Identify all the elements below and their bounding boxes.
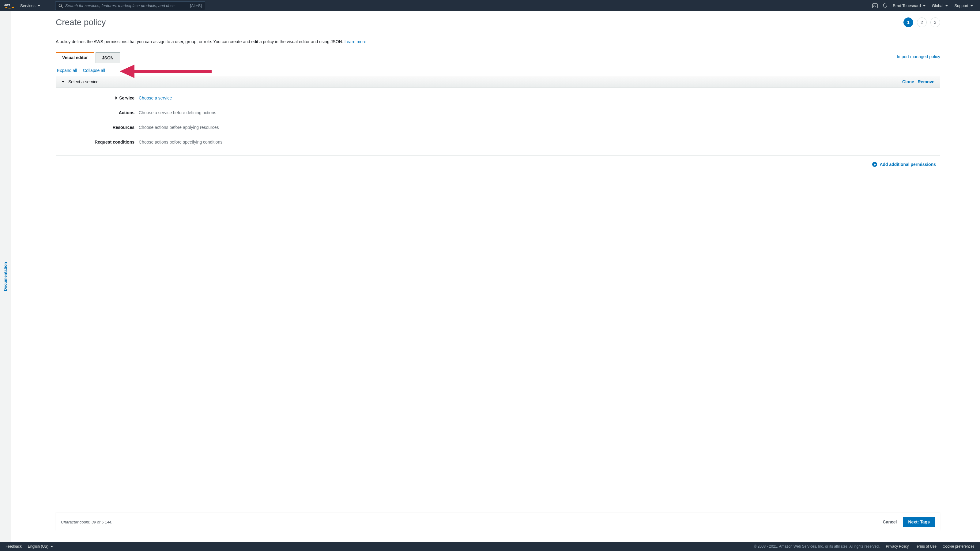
- label-actions: Actions: [119, 110, 134, 115]
- top-nav: aws Services [Alt+S] Brad Touesnard Glob…: [0, 0, 980, 11]
- page-title: Create policy: [56, 17, 106, 27]
- editor-tabs: Visual editor JSON Import managed policy: [56, 52, 940, 63]
- expand-all-link[interactable]: Expand all: [57, 68, 77, 73]
- chevron-down-icon: [970, 5, 973, 6]
- aws-logo[interactable]: aws: [4, 3, 15, 9]
- conditions-hint: Choose actions before specifying conditi…: [139, 140, 222, 144]
- learn-more-link[interactable]: Learn more: [345, 39, 367, 44]
- add-permissions-row: + Add additional permissions: [56, 162, 940, 167]
- notifications-icon[interactable]: [880, 3, 889, 9]
- resources-hint: Choose actions before applying resources: [139, 125, 219, 130]
- description-text: A policy defines the AWS permissions tha…: [56, 39, 345, 44]
- chevron-down-icon: [945, 5, 948, 6]
- collapse-icon: [62, 81, 65, 83]
- search-box[interactable]: [Alt+S]: [55, 2, 205, 10]
- svg-rect-3: [872, 4, 877, 8]
- support-label: Support: [954, 3, 968, 8]
- page-header: Create policy 1 2 3: [56, 17, 940, 33]
- divider: |: [915, 79, 916, 84]
- tab-json[interactable]: JSON: [95, 52, 120, 63]
- cookie-preferences-link[interactable]: Cookie preferences: [943, 544, 975, 549]
- privacy-link[interactable]: Privacy Policy: [886, 544, 909, 549]
- step-2[interactable]: 2: [917, 17, 927, 27]
- terms-link[interactable]: Terms of Use: [915, 544, 937, 549]
- documentation-label: Documentation: [3, 262, 8, 291]
- remove-link[interactable]: Remove: [918, 79, 934, 84]
- aws-logo-icon: aws: [4, 3, 15, 9]
- row-service: Service Choose a service: [62, 91, 934, 105]
- row-resources: Resources Choose actions before applying…: [62, 120, 934, 135]
- clone-link[interactable]: Clone: [902, 79, 914, 84]
- service-block: Select a service Clone | Remove Service …: [56, 76, 940, 156]
- feedback-link[interactable]: Feedback: [5, 544, 22, 549]
- chevron-down-icon: [50, 546, 53, 547]
- search-shortcut: [Alt+S]: [190, 3, 202, 8]
- language-label: English (US): [28, 544, 48, 549]
- step-3[interactable]: 3: [931, 17, 940, 27]
- support-menu[interactable]: Support: [952, 3, 976, 8]
- services-label: Services: [20, 3, 35, 8]
- label-resources: Resources: [112, 125, 134, 130]
- services-menu[interactable]: Services: [18, 3, 43, 8]
- service-block-header[interactable]: Select a service Clone | Remove: [56, 76, 940, 87]
- actions-hint: Choose a service before defining actions: [139, 110, 216, 115]
- expand-icon[interactable]: [115, 97, 117, 100]
- add-permissions-button[interactable]: + Add additional permissions: [872, 162, 936, 167]
- search-input[interactable]: [65, 3, 188, 8]
- copyright: © 2008 - 2021, Amazon Web Services, Inc.…: [754, 544, 880, 549]
- main-area: Documentation Create policy 1 2 3 A poli…: [0, 11, 980, 542]
- cloudshell-icon[interactable]: [871, 3, 879, 9]
- service-block-title: Select a service: [68, 79, 99, 84]
- svg-line-2: [61, 6, 62, 8]
- footer: Feedback English (US) © 2008 - 2021, Ama…: [0, 542, 980, 551]
- step-1[interactable]: 1: [904, 17, 913, 27]
- svg-text:aws: aws: [4, 3, 10, 6]
- account-menu[interactable]: Brad Touesnard: [890, 3, 928, 8]
- label-conditions: Request conditions: [95, 140, 134, 144]
- import-managed-policy-link[interactable]: Import managed policy: [897, 54, 940, 61]
- user-name: Brad Touesnard: [893, 3, 921, 8]
- action-bar: Character count: 39 of 6 144. Cancel Nex…: [56, 513, 940, 531]
- search-icon: [59, 4, 63, 8]
- next-tags-button[interactable]: Next: Tags: [903, 517, 935, 527]
- row-actions: Actions Choose a service before defining…: [62, 105, 934, 120]
- choose-service-link[interactable]: Choose a service: [139, 95, 172, 100]
- page-description: A policy defines the AWS permissions tha…: [56, 39, 940, 44]
- region-menu[interactable]: Global: [929, 3, 951, 8]
- language-menu[interactable]: English (US): [28, 544, 53, 549]
- expand-collapse-row: Expand all | Collapse all: [57, 68, 940, 73]
- collapse-all-link[interactable]: Collapse all: [83, 68, 105, 73]
- character-count: Character count: 39 of 6 144.: [61, 520, 112, 524]
- service-block-body: Service Choose a service Actions Choose …: [56, 87, 940, 156]
- divider: |: [79, 68, 81, 73]
- chevron-down-icon: [37, 5, 40, 6]
- documentation-side-tab[interactable]: Documentation: [0, 11, 11, 542]
- content-pane: Create policy 1 2 3 A policy defines the…: [11, 11, 980, 542]
- chevron-down-icon: [923, 5, 926, 6]
- label-service: Service: [119, 95, 134, 100]
- tab-visual-editor[interactable]: Visual editor: [56, 52, 94, 63]
- plus-icon: +: [872, 162, 877, 167]
- cancel-button[interactable]: Cancel: [883, 519, 897, 524]
- svg-point-1: [59, 4, 62, 7]
- row-conditions: Request conditions Choose actions before…: [62, 135, 934, 149]
- region-label: Global: [932, 3, 943, 8]
- add-permissions-label: Add additional permissions: [880, 162, 936, 167]
- step-indicator: 1 2 3: [904, 17, 940, 27]
